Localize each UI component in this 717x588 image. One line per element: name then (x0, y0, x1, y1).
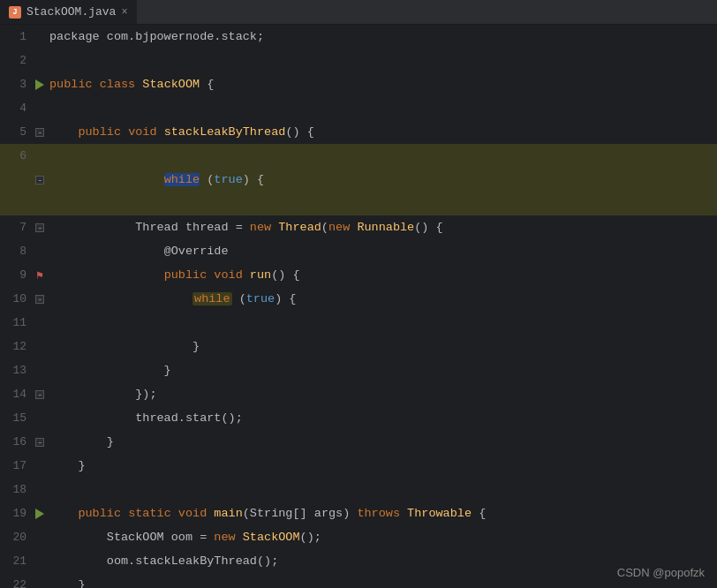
gutter-icon (34, 311, 46, 335)
line-content: while (true) { (46, 287, 717, 311)
table-row: 14 }); (0, 382, 717, 406)
line-number: 8 (0, 239, 34, 263)
line-content (46, 478, 717, 501)
line-number: 15 (0, 406, 34, 430)
line-number: 14 (0, 382, 34, 406)
line-content: public void stackLeakByThread() { (46, 120, 717, 144)
editor: 1 package com.bjpowernode.stack; 2 3 pub… (0, 25, 717, 588)
gutter-icon[interactable] (34, 120, 46, 144)
table-row: 8 @Override (0, 239, 717, 263)
gutter-icon[interactable] (34, 215, 46, 239)
gutter-icon[interactable]: ⚑ (34, 263, 46, 287)
table-row: 11 (0, 311, 717, 335)
gutter-icon[interactable] (34, 501, 46, 525)
table-row: 5 public void stackLeakByThread() { (0, 120, 717, 144)
tab-bar: J StackOOM.java × (0, 0, 717, 25)
line-content: public class StackOOM { (46, 72, 717, 96)
tab-filename: StackOOM.java (26, 5, 116, 19)
fold-icon[interactable] (35, 223, 44, 232)
gutter-icon (34, 478, 46, 501)
gutter-icon (34, 406, 46, 430)
line-content: } (46, 358, 717, 382)
gutter-icon[interactable] (34, 72, 46, 96)
gutter-icon[interactable] (34, 430, 46, 454)
gutter-icon (34, 549, 46, 573)
gutter-icon[interactable] (34, 382, 46, 406)
line-number: 4 (0, 96, 34, 120)
table-row: 10 while (true) { (0, 287, 717, 311)
line-number: 5 (0, 120, 34, 144)
line-number: 10 (0, 287, 34, 311)
table-row: 13 } (0, 358, 717, 382)
table-row: 22 } (0, 573, 717, 588)
table-row: 7 Thread thread = new Thread(new Runnabl… (0, 215, 717, 239)
line-content (46, 49, 717, 72)
line-content: } (46, 454, 717, 478)
line-content: Thread thread = new Thread(new Runnable(… (46, 215, 717, 239)
table-row: 15 thread.start(); (0, 406, 717, 430)
gutter-icon (34, 525, 46, 549)
watermark: CSDN @popofzk (617, 566, 705, 579)
table-row: 17 } (0, 454, 717, 478)
table-row: 16 } (0, 430, 717, 454)
fold-icon[interactable] (35, 438, 44, 447)
line-number: 18 (0, 478, 34, 501)
gutter-icon (34, 358, 46, 382)
gutter-icon[interactable] (34, 144, 46, 215)
line-content: public void run() { (46, 263, 717, 287)
tab-close-button[interactable]: × (121, 6, 127, 19)
table-row: 21 oom.stackLeakByThread(); (0, 549, 717, 573)
line-content: } (46, 335, 717, 358)
line-number: 2 (0, 49, 34, 72)
line-number: 12 (0, 335, 34, 358)
gutter-icon (34, 573, 46, 588)
gutter-icon (34, 454, 46, 478)
table-row: 9 ⚑ public void run() { (0, 263, 717, 287)
table-row: 20 StackOOM oom = new StackOOM(); (0, 525, 717, 549)
line-content: StackOOM oom = new StackOOM(); (46, 525, 717, 549)
table-row: 18 (0, 478, 717, 501)
line-number: 3 (0, 72, 34, 96)
fold-icon[interactable] (35, 128, 44, 137)
line-number: 20 (0, 525, 34, 549)
table-row: 1 package com.bjpowernode.stack; (0, 25, 717, 49)
line-content: @Override (46, 239, 717, 263)
line-content: package com.bjpowernode.stack; (46, 25, 717, 49)
line-number: 6 (0, 144, 34, 215)
line-content: } (46, 430, 717, 454)
table-row: 4 (0, 96, 717, 120)
line-content (46, 96, 717, 120)
gutter-icon (34, 96, 46, 120)
line-number: 7 (0, 215, 34, 239)
tab-stackoom[interactable]: J StackOOM.java × (0, 0, 138, 24)
line-number: 11 (0, 311, 34, 335)
gutter-icon (34, 25, 46, 49)
line-content: thread.start(); (46, 406, 717, 430)
fold-icon[interactable] (35, 176, 44, 185)
table-row: 3 public class StackOOM { (0, 72, 717, 96)
gutter-icon (34, 49, 46, 72)
gutter-icon[interactable] (34, 287, 46, 311)
line-number: 21 (0, 549, 34, 573)
run-icon[interactable] (35, 79, 44, 90)
fold-icon[interactable] (35, 295, 44, 304)
line-number: 1 (0, 25, 34, 49)
gutter-icon (34, 335, 46, 358)
line-number: 13 (0, 358, 34, 382)
gutter-icon (34, 239, 46, 263)
line-number: 17 (0, 454, 34, 478)
file-type-icon: J (9, 6, 21, 19)
code-area[interactable]: 1 package com.bjpowernode.stack; 2 3 pub… (0, 25, 717, 588)
line-number: 22 (0, 573, 34, 588)
line-content: }); (46, 382, 717, 406)
fold-icon[interactable] (35, 390, 44, 399)
line-number: 9 (0, 263, 34, 287)
line-number: 19 (0, 501, 34, 525)
table-row: 12 } (0, 335, 717, 358)
table-row: 6 while (true) { (0, 144, 717, 215)
line-content: while (true) { (46, 144, 717, 215)
while-keyword: while (164, 173, 200, 186)
line-number: 16 (0, 430, 34, 454)
run-icon[interactable] (35, 509, 44, 519)
breakpoint-icon[interactable]: ⚑ (34, 269, 46, 282)
